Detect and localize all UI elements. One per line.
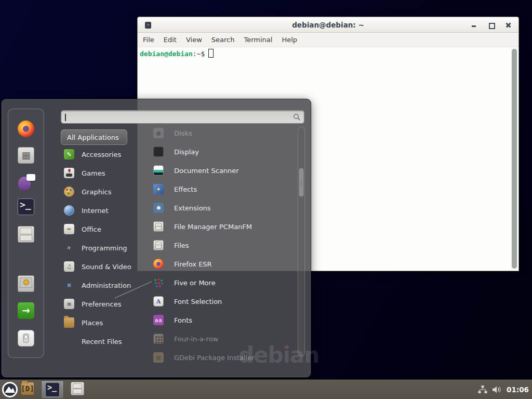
app-effects[interactable]: ✦Effects [146,180,298,198]
app-label: Effects [174,185,197,193]
app-document-scanner[interactable]: Document Scanner [146,161,298,180]
fonts-icon: aa [153,315,164,325]
category-label: Recent Files [82,338,122,345]
app-fonts[interactable]: aaFonts [146,311,298,329]
app-font-selection[interactable]: AFont Selection [146,292,298,311]
app-label: Files [174,242,189,249]
taskbar-launcher-file-cabinet[interactable] [71,382,84,395]
category-label: Places [82,319,103,327]
search-input[interactable] [66,112,285,122]
app-label: Document Scanner [174,167,239,175]
terminal-scrollbar-thumb[interactable] [512,49,517,269]
favorite-screensaver[interactable] [17,275,35,292]
taskbar-task-terminal[interactable]: >_ [41,380,64,399]
minimize-button[interactable] [471,22,477,28]
favorite-terminal[interactable]: >_ [17,198,35,216]
category-games[interactable]: Games [61,164,137,182]
taskbar-launcher-desktop-folder[interactable]: [D] [21,382,34,395]
internet-icon [64,205,74,216]
five-or-more-icon [153,277,164,288]
search-box[interactable] [61,110,304,124]
menubar-item-terminal[interactable]: Terminal [244,36,272,44]
effects-icon: ✦ [153,184,164,194]
favorite-firefox[interactable] [17,120,35,138]
favorite-software[interactable]: ▦ [17,147,35,164]
category-graphics[interactable]: Graphics [61,182,137,201]
disks-icon: ● [153,128,164,138]
category-recent-files[interactable]: Recent Files [61,332,137,351]
all-applications-label: All Applications [67,134,119,141]
taskbar: [D]>_ 01:06 [0,379,532,399]
category-sound-video[interactable]: ♫Sound & Video [61,257,137,276]
terminal-icon: >_ [18,198,34,215]
app-label: Disks [174,129,192,137]
terminal-prompt: debian@debian:~$ [138,47,518,59]
category-label: Accessories [82,151,121,158]
desktop-folder-icon: [D] [21,382,34,395]
app-firefox-esr[interactable]: Firefox ESR [146,255,298,273]
menubar-item-file[interactable]: File [143,36,154,44]
app-label: Font Selection [174,298,222,305]
taskbar-launcher-menu-logo[interactable] [2,382,18,397]
prompt-suffix: :~$ [193,50,205,58]
administration-icon: ✖ [64,280,74,290]
favorite-pidgin[interactable] [17,174,35,191]
app-display[interactable]: Display [146,142,298,161]
menu-scrollbar[interactable] [298,127,305,356]
category-label: Programming [82,244,127,252]
category-office[interactable]: ✒Office [61,220,137,238]
app-disks[interactable]: ●Disks [146,124,298,142]
menubar-item-view[interactable]: View [186,36,202,44]
office-icon: ✒ [64,224,74,234]
maximize-button[interactable] [488,22,494,28]
app-file-manager-pcmanfm[interactable]: File Manager PCManFM [146,217,298,236]
category-label: Office [82,225,101,233]
category-label: Administration [82,282,131,289]
category-administration[interactable]: ✖Administration [61,276,137,295]
places-icon [64,317,74,328]
category-internet[interactable]: Internet [61,201,137,220]
category-label: Sound & Video [82,263,131,271]
prompt-user-host: debian@debian [140,50,193,58]
preferences-icon: ≡ [64,299,74,309]
category-label: Internet [82,207,109,215]
app-five-or-more[interactable]: Five or More [146,273,298,292]
four-in-a-row-icon [153,334,164,344]
wallpaper-watermark: debian [238,342,319,368]
clock[interactable]: 01:06 [507,385,529,394]
terminal-titlebar[interactable]: > debian@debian: ~ [138,17,518,33]
app-extensions[interactable]: ✱Extensions [146,198,298,217]
volume-icon[interactable] [492,385,502,394]
menu-scrollbar-thumb[interactable] [299,168,304,197]
app-files[interactable]: Files [146,236,298,255]
menubar-item-edit[interactable]: Edit [164,36,177,44]
network-icon[interactable] [478,385,487,394]
file-cabinet-icon [18,226,34,243]
file-cabinet-icon [71,382,84,395]
document-scanner-icon [153,165,164,176]
category-preferences[interactable]: ≡Preferences [61,295,137,313]
menubar-item-search[interactable]: Search [211,36,235,44]
screensaver-icon [18,275,34,292]
terminal-icon: >_ [45,382,60,397]
close-button[interactable] [506,22,511,28]
category-programming[interactable]: ✈Programming [61,238,137,257]
scrollbar-grip [301,181,302,182]
file-cabinet-icon [153,240,164,250]
shutdown-icon [18,330,34,347]
file-cabinet-icon [153,221,164,232]
menubar-item-help[interactable]: Help [282,36,297,44]
firefox-icon [153,259,164,269]
menu-logo-icon [2,382,18,397]
extensions-icon: ✱ [153,203,164,213]
favorite-file-cabinet[interactable] [17,225,35,243]
terminal-scrollbar[interactable] [511,48,517,269]
system-tray: 01:06 [478,380,529,399]
all-applications-button[interactable]: All Applications [61,129,127,145]
favorite-shutdown[interactable] [17,329,35,347]
app-label: Four-in-a-row [174,335,218,343]
category-places[interactable]: Places [61,313,137,332]
favorite-logout[interactable]: → [17,302,35,320]
category-accessories[interactable]: ✎Accessories [61,145,137,164]
accessories-icon: ✎ [64,149,74,159]
